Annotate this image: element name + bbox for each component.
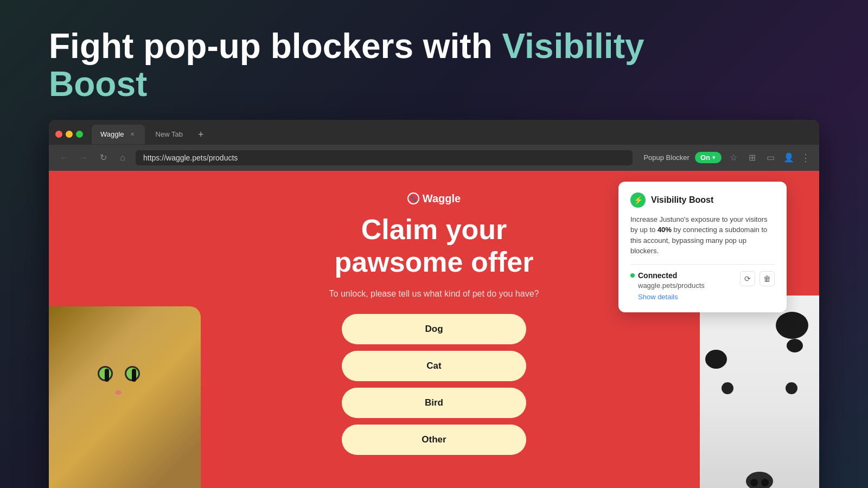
dog-button[interactable]: Dog	[342, 314, 526, 344]
address-bar: ← → ↻ ⌂ https://waggle.pets/products Pop…	[49, 145, 819, 171]
connected-dot-icon	[630, 273, 635, 278]
refresh-connection-button[interactable]: ⟳	[740, 271, 755, 286]
tab-waggle-label: Waggle	[100, 130, 124, 138]
chevron-down-icon: ▾	[712, 155, 715, 160]
vb-domain: waggle.pets/products	[638, 281, 740, 290]
home-button[interactable]: ⌂	[116, 151, 129, 164]
tab-waggle[interactable]: Waggle ✕	[92, 125, 145, 144]
url-text: https://waggle.pets/products	[143, 153, 238, 162]
show-details-link[interactable]: Show details	[638, 293, 678, 301]
cat-button[interactable]: Cat	[342, 351, 526, 381]
waggle-logo: 🐾 Waggle	[407, 192, 461, 205]
offer-title: Claim your pawsome offer	[335, 214, 534, 279]
tab-new-tab-label: New Tab	[156, 130, 183, 138]
pet-options: Dog Cat Bird Other	[342, 314, 526, 455]
new-tab-button[interactable]: +	[194, 130, 208, 139]
tab-close-button[interactable]: ✕	[129, 131, 136, 138]
tab-new-tab[interactable]: New Tab	[147, 125, 192, 144]
vb-divider	[630, 264, 775, 265]
traffic-lights	[55, 131, 83, 138]
popup-blocker-label: Popup Blocker	[643, 153, 690, 162]
page-title: Fight pop-up blockers with Visibility Bo…	[49, 27, 646, 104]
delete-connection-button[interactable]: 🗑	[760, 271, 775, 286]
webpage-content: 🐾 Waggle Claim your pawsome offer To unl…	[49, 171, 819, 488]
other-button[interactable]: Other	[342, 425, 526, 455]
vb-actions: ⟳ 🗑	[740, 271, 775, 286]
forward-button[interactable]: →	[77, 151, 90, 164]
paw-icon: 🐾	[407, 192, 419, 204]
close-window-button[interactable]	[55, 131, 62, 138]
trash-icon: 🗑	[763, 274, 771, 283]
back-button[interactable]: ←	[58, 151, 71, 164]
maximize-window-button[interactable]	[76, 131, 83, 138]
browser-menu-button[interactable]: ⋮	[801, 152, 810, 164]
vb-status-row: Connected waggle.pets/products Show deta…	[630, 271, 775, 301]
minimize-window-button[interactable]	[66, 131, 73, 138]
sidebar-icon[interactable]: ▭	[764, 151, 777, 164]
vb-header: ⚡ Visibility Boost	[630, 192, 775, 208]
offer-title-line2: pawsome offer	[335, 246, 534, 278]
cat-image	[49, 306, 201, 488]
visibility-boost-icon: ⚡	[630, 192, 646, 208]
tab-bar: Waggle ✕ New Tab +	[49, 120, 819, 145]
bird-button[interactable]: Bird	[342, 388, 526, 418]
url-input[interactable]: https://waggle.pets/products	[136, 150, 633, 165]
offer-title-line1: Claim your	[361, 214, 507, 245]
popup-blocker-state: On	[700, 153, 710, 162]
browser-window: Waggle ✕ New Tab + ← → ↻ ⌂ https://waggl…	[49, 120, 819, 488]
offer-subtitle: To unlock, please tell us what kind of p…	[329, 289, 539, 299]
profile-icon[interactable]: 👤	[782, 151, 795, 164]
star-icon[interactable]: ☆	[727, 151, 740, 164]
vb-title: Visibility Boost	[651, 195, 713, 205]
refresh-icon: ⟳	[744, 274, 751, 283]
logo-text: Waggle	[423, 192, 461, 205]
dog-image	[700, 296, 819, 488]
visibility-boost-popup: ⚡ Visibility Boost Increase Justuno's ex…	[618, 182, 787, 312]
refresh-button[interactable]: ↻	[97, 151, 110, 164]
vb-description: Increase Justuno's exposure to your visi…	[630, 214, 775, 256]
vb-connected-status: Connected	[630, 271, 740, 280]
extensions-icon[interactable]: ⊞	[745, 151, 758, 164]
browser-actions: Popup Blocker On ▾ ☆ ⊞ ▭ 👤 ⋮	[643, 151, 810, 164]
popup-blocker-toggle[interactable]: On ▾	[695, 152, 722, 163]
vb-status-info: Connected waggle.pets/products Show deta…	[630, 271, 740, 301]
page-header: Fight pop-up blockers with Visibility Bo…	[0, 0, 868, 120]
